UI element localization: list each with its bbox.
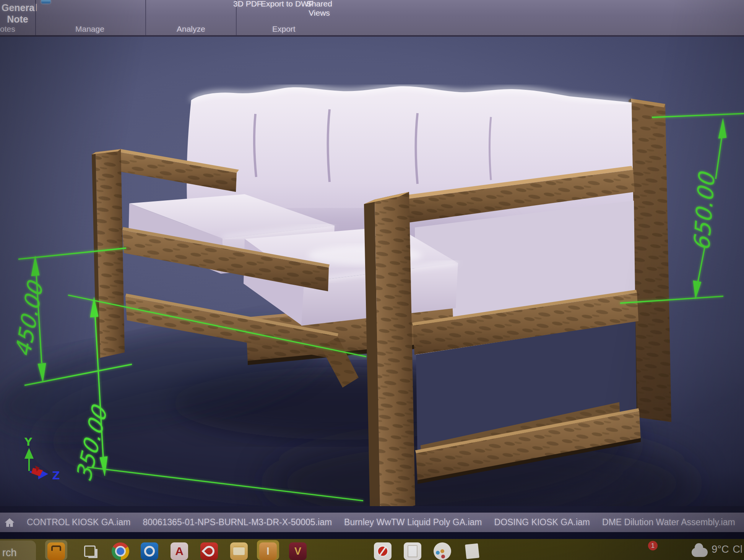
panel-label-analyze[interactable]: Analyze [177, 24, 205, 34]
autocad-icon[interactable]: A [171, 542, 188, 560]
doc-tab-burnley[interactable]: Burnley WwTW Liquid Poly GA.iam [338, 517, 488, 528]
doc-tab-dme-dilution[interactable]: DME Dilution Water Assembly.iam [596, 517, 741, 528]
3d-viewport[interactable]: 450.00 350.00 650.00 [0, 0, 744, 560]
acrobat-icon[interactable] [200, 542, 218, 560]
viewport-bottom-edge [0, 506, 744, 513]
ribbon: General Note otes Manage Analyze 3D PDF … [0, 0, 744, 37]
revu-icon[interactable] [374, 542, 391, 560]
panel-separator [145, 0, 146, 35]
desktop-gap [0, 532, 744, 539]
inventor-letter: I [266, 545, 270, 557]
general-note-button[interactable]: General Note [2, 2, 34, 25]
weather-condition: Cl [733, 544, 743, 555]
task-view-icon[interactable] [81, 542, 99, 560]
vault-icon[interactable]: V [289, 542, 307, 560]
cloud-icon [692, 548, 708, 557]
panel-label-notes: otes [0, 24, 15, 34]
vault-letter: V [294, 545, 301, 557]
document-tab-bar: CONTROL KIOSK GA.iam 80061365-01-NPS-BUR… [0, 513, 744, 532]
inventor-app-window: 450.00 350.00 650.00 [0, 0, 744, 560]
outlook-icon[interactable] [141, 542, 158, 560]
clipped-ribbon-icon[interactable] [41, 0, 50, 3]
autocad-letter: A [175, 545, 184, 558]
document-icon[interactable] [404, 542, 421, 560]
inventor-icon[interactable]: I [259, 542, 277, 560]
doc-tab-dosing-kiosk[interactable]: DOSING KIOSK GA.iam [488, 517, 596, 528]
paint-palette-icon[interactable] [434, 542, 451, 560]
axis-y-label: Y [24, 436, 32, 448]
panel-label-manage[interactable]: Manage [75, 24, 104, 34]
briefcase-icon[interactable] [47, 542, 65, 560]
axis-z-label: Z [52, 469, 60, 482]
chrome-icon[interactable] [112, 542, 129, 560]
weather-widget[interactable]: 9°C Cl [692, 539, 742, 560]
doc-tab-80061365[interactable]: 80061365-01-NPS-BURNL-M3-DR-X-50005.iam [136, 517, 338, 528]
axis-y-arrow [24, 448, 34, 459]
doc-tab-control-kiosk[interactable]: CONTROL KIOSK GA.iam [21, 517, 136, 528]
notes-sheet-icon[interactable] [463, 542, 481, 560]
file-explorer-icon[interactable] [230, 542, 248, 560]
panel-separator [35, 0, 36, 35]
shared-views-button[interactable]: Shared Views [306, 0, 333, 18]
3d-pdf-button[interactable]: 3D PDF [233, 0, 262, 8]
search-input[interactable]: rch [0, 541, 36, 560]
taskbar: rch A I V [0, 539, 744, 560]
dimension-450-text: 450.00 [11, 278, 48, 360]
search-text: rch [2, 547, 17, 559]
weather-temp: 9°C [712, 544, 729, 555]
panel-label-export[interactable]: Export [272, 24, 296, 34]
notification-badge: 1 [648, 541, 658, 550]
home-icon[interactable] [4, 517, 15, 528]
dimension-650-text: 650.00 [689, 169, 720, 252]
